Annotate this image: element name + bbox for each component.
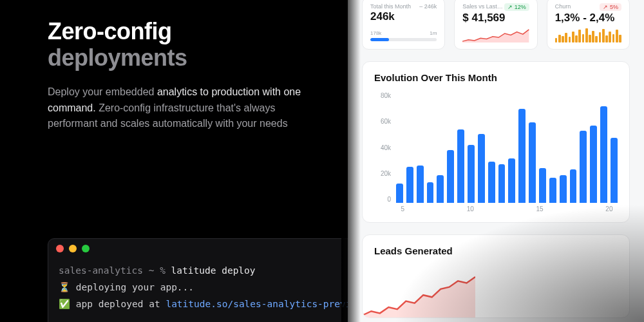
y-axis: 80k60k40k20k0 xyxy=(374,92,393,203)
terminal-output-line: ✅ app deployed at latitude.so/sales-anal… xyxy=(59,296,352,312)
hero-title-line2: deployments xyxy=(48,44,187,71)
bar xyxy=(396,184,403,203)
bar xyxy=(498,164,506,203)
y-tick: 20k xyxy=(374,170,391,177)
sparkbar xyxy=(565,33,567,43)
bar xyxy=(560,175,567,203)
bar xyxy=(611,138,618,203)
area-chart xyxy=(363,272,475,317)
bar xyxy=(590,126,597,203)
leads-chart-card: Leads Generated xyxy=(362,234,630,318)
hero-description: Deploy your embedded analytics to produc… xyxy=(48,84,318,132)
sparkbar xyxy=(592,31,594,43)
sparkbar xyxy=(569,37,571,43)
terminal-prompt-path: sales-analytics ~ % xyxy=(59,265,171,276)
sparkbar xyxy=(595,36,598,43)
bar xyxy=(488,162,495,204)
close-icon[interactable] xyxy=(56,245,64,252)
x-tick: 5 xyxy=(401,205,405,214)
terminal-titlebar xyxy=(48,239,363,258)
terminal-output-line: ⏳ deploying your app... xyxy=(59,279,352,296)
bar xyxy=(447,150,454,203)
x-axis: 5101520 xyxy=(396,205,618,214)
terminal-window: sales-analytics ~ % latitude deploy ⏳ de… xyxy=(48,238,363,322)
bar xyxy=(600,106,607,204)
hero-section: Zero-config deployments Deploy your embe… xyxy=(48,18,318,132)
bar xyxy=(529,122,536,203)
dashboard-panel: Total this Month – 246k 246k 178k 1m Sal… xyxy=(348,0,644,322)
trend-down-badge: ↗ 5% xyxy=(600,3,621,11)
y-tick: 60k xyxy=(374,118,391,125)
trend-up-badge: ↗ 12% xyxy=(504,3,529,11)
sparkbar xyxy=(609,32,611,43)
x-tick: 10 xyxy=(467,205,474,214)
bar xyxy=(468,145,475,203)
sparkbar xyxy=(605,35,608,43)
sparkbar xyxy=(578,30,581,43)
hero-title-line1: Zero-config xyxy=(48,18,171,44)
sparkbar xyxy=(575,35,578,43)
metric-card-sales: Sales vs Last Month ↗ 12% $ 41,569 xyxy=(454,0,537,50)
sparkbar xyxy=(589,35,591,43)
chart-title: Evolution Over This Month xyxy=(374,72,618,83)
y-tick: 80k xyxy=(374,92,391,99)
sparkbar xyxy=(616,30,618,43)
terminal-prompt-line: sales-analytics ~ % latitude deploy xyxy=(59,262,352,279)
evolution-chart-card: Evolution Over This Month 80k60k40k20k0 … xyxy=(362,61,630,223)
progress-bar: 178k 1m xyxy=(370,30,437,41)
bar xyxy=(549,178,556,203)
bar xyxy=(539,168,546,203)
metric-label: Churn xyxy=(555,3,571,10)
bar xyxy=(417,166,424,203)
metric-value: $ 41,569 xyxy=(462,12,529,24)
maximize-icon[interactable] xyxy=(82,245,90,252)
bar xyxy=(427,182,434,203)
hourglass-icon: ⏳ xyxy=(59,282,70,292)
metric-delta: – 246k xyxy=(419,3,437,10)
bar xyxy=(457,129,464,203)
minimize-icon[interactable] xyxy=(69,245,77,252)
sparkbar xyxy=(612,34,615,43)
y-tick: 40k xyxy=(374,144,391,151)
bar xyxy=(508,158,515,203)
sparkbar xyxy=(555,38,558,43)
metric-label: Total this Month xyxy=(370,3,411,10)
sparkbar xyxy=(599,32,601,43)
metric-value: 246k xyxy=(370,10,437,23)
x-tick: 15 xyxy=(536,205,544,214)
sparkbar xyxy=(572,32,574,43)
y-tick: 0 xyxy=(374,196,391,203)
x-tick: 20 xyxy=(605,205,612,214)
sparkbar xyxy=(582,34,585,43)
metric-value: 1,3% - 2,4% xyxy=(555,12,621,24)
bar-chart: 80k60k40k20k0 5101520 xyxy=(374,92,618,214)
sparkline-chart xyxy=(462,28,529,43)
sparkbar xyxy=(558,35,561,43)
metric-card-churn: Churn ↗ 5% 1,3% - 2,4% xyxy=(547,0,630,50)
sparkbar-chart xyxy=(555,28,621,43)
chart-title: Leads Generated xyxy=(374,245,618,256)
bar xyxy=(570,169,577,203)
sparkbar xyxy=(562,36,564,43)
check-icon: ✅ xyxy=(59,299,70,309)
sparkbar xyxy=(619,35,621,43)
hero-title: Zero-config deployments xyxy=(48,18,318,71)
metric-label: Sales vs Last Month xyxy=(462,3,504,10)
bar xyxy=(580,131,587,203)
terminal-command: latitude deploy xyxy=(171,265,256,276)
metric-card-total: Total this Month – 246k 246k 178k 1m xyxy=(362,0,445,50)
deploy-url-link[interactable]: latitude.so/sales-analytics-preview xyxy=(166,299,363,309)
sparkbar xyxy=(585,28,588,43)
bar xyxy=(437,175,444,203)
terminal-body: sales-analytics ~ % latitude deploy ⏳ de… xyxy=(48,258,363,312)
bar xyxy=(478,134,485,204)
metrics-row: Total this Month – 246k 246k 178k 1m Sal… xyxy=(362,0,630,50)
bar xyxy=(518,109,526,203)
bars-area xyxy=(396,92,618,203)
bar xyxy=(406,167,413,203)
sparkbar xyxy=(602,29,605,43)
